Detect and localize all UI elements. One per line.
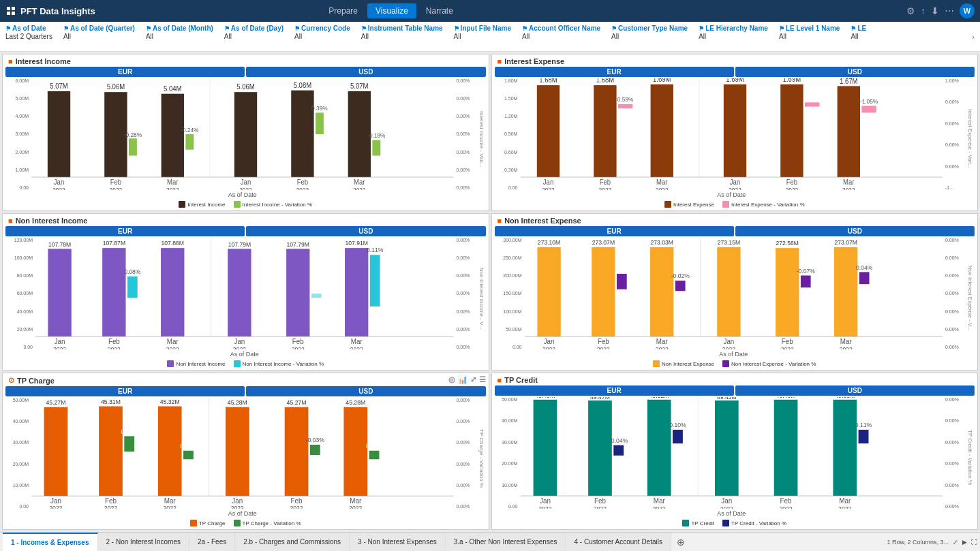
svg-rect-54 [861, 106, 876, 112]
svg-rect-142 [183, 451, 194, 460]
filter-le-level1[interactable]: LE Level 1 Name All [779, 25, 840, 40]
legend-nie: Non Interest Expense Non Interest Expens… [495, 359, 975, 368]
svg-rect-45 [617, 104, 632, 108]
tab-charges-commissions[interactable]: 2.b - Charges and Commissions [235, 533, 350, 551]
svg-rect-148 [310, 445, 320, 455]
legend-item-nii-1: Non Interest Income - Variation % [234, 360, 324, 367]
filter-as-of-date[interactable]: As of Date Last 2 Quarters [5, 25, 52, 40]
user-avatar[interactable]: W [960, 3, 975, 18]
svg-rect-83 [345, 248, 368, 336]
nav-narrate[interactable]: Narrate [418, 3, 461, 18]
menu-icon[interactable]: ☰ [479, 375, 486, 384]
filter-expand-icon[interactable]: › [972, 33, 975, 41]
svg-text:Jan: Jan [723, 338, 734, 345]
filter-customer-type[interactable]: Customer Type Name All [611, 25, 688, 40]
usd-header-nie: USD [735, 226, 975, 236]
download-icon[interactable]: ⬇ [931, 5, 939, 16]
filter-input-file[interactable]: Input File Name All [454, 25, 511, 40]
y-axis-right-ii: 0.00%0.00%0.00%0.00%0.00%0.00%0.00% [455, 78, 476, 200]
svg-text:Feb: Feb [599, 178, 611, 186]
svg-rect-114 [800, 276, 810, 288]
nav-prepare[interactable]: Prepare [320, 3, 366, 18]
filter-label-5: Instrument Table Name [361, 25, 443, 32]
svg-text:-0.18%: -0.18% [367, 132, 386, 139]
filter-label-11: LE [851, 25, 891, 32]
legend-item-ie-1: Interest Expense - Variation % [722, 201, 804, 208]
filter-value-3: All [224, 33, 284, 40]
fit-icon[interactable]: ⤢ [953, 539, 958, 546]
add-tab-button[interactable]: ⊕ [671, 534, 690, 550]
svg-text:273.07M: 273.07M [834, 239, 857, 246]
svg-rect-110 [717, 247, 740, 336]
svg-rect-11 [162, 94, 184, 177]
filter-value-8: All [611, 33, 688, 40]
svg-rect-43 [650, 84, 673, 177]
legend-item-nii-0: Non Interest Income [167, 360, 225, 367]
expand-icon[interactable]: ⤢ [470, 375, 476, 384]
svg-rect-140 [158, 407, 182, 497]
filter-value-6: All [454, 33, 511, 40]
filter-le-hierarchy[interactable]: LE Hierarchy Name All [699, 25, 768, 40]
svg-rect-70 [48, 249, 71, 336]
nav-visualize[interactable]: Visualize [367, 3, 416, 18]
filter-account-officer[interactable]: Account Officer Name All [522, 25, 600, 40]
svg-text:5.06M: 5.06M [236, 83, 254, 91]
legend-swatch-nii-0 [167, 360, 174, 367]
svg-text:45.28M: 45.28M [228, 399, 247, 406]
tab-incomes-expenses[interactable]: 1 - Incomes & Expenses [3, 533, 98, 551]
filter-currency[interactable]: Currency Code All [294, 25, 350, 40]
filter-value-11: All [851, 33, 891, 40]
eur-header-ii: EUR [5, 67, 245, 77]
filter-instrument[interactable]: Instrument Table Name All [361, 25, 443, 40]
settings-icon[interactable]: ⚙ [906, 5, 915, 16]
svg-rect-150 [343, 407, 367, 496]
eur-header-tpc: EUR [5, 386, 245, 396]
tab-fees[interactable]: 2a - Fees [189, 533, 235, 551]
chart-type-icon[interactable]: 📊 [458, 375, 468, 384]
tab-non-interest-expenses[interactable]: 3 - Non Interest Expenses [350, 533, 446, 551]
tab-other-non-interest[interactable]: 3.a - Other Non Interest Expenses [446, 533, 566, 551]
share-icon[interactable]: ↑ [921, 5, 925, 16]
tp-charge-chart: EUR USD 50.00M40.00M30.00M20.00M10.00M0.… [3, 386, 489, 529]
filter-bar: As of Date Last 2 Quarters As of Date (Q… [0, 22, 980, 52]
chart-area-ii: 5.07M 5.06M -0.28% 5.04M -0.24% [31, 78, 454, 200]
svg-text:Mar: Mar [350, 497, 362, 505]
filter-month[interactable]: As of Date (Month) All [146, 25, 213, 40]
legend-swatch-tpc-1 [234, 520, 241, 526]
filter-le[interactable]: LE All [851, 25, 891, 40]
y-axis-right-ie: 1.00%0.00%0.00%0.00%0.00%-1... [944, 78, 964, 200]
focus-icon[interactable]: ◎ [448, 375, 455, 384]
svg-text:Jan: Jan [721, 497, 732, 505]
svg-text:45.31M: 45.31M [101, 398, 121, 405]
tab-customer-account[interactable]: 4 - Customer Account Details [566, 533, 671, 551]
svg-text:0.11%: 0.11% [367, 247, 384, 253]
svg-text:Jan: Jan [543, 338, 554, 345]
y-axis-left-tpcr: 50.00M40.00M30.00M20.00M10.00M0.00 [495, 397, 519, 518]
svg-text:45.32M: 45.32M [160, 398, 180, 405]
svg-text:Mar: Mar [167, 338, 179, 345]
svg-text:49.47M: 49.47M [590, 397, 610, 400]
fullscreen-icon[interactable]: ⛶ [971, 539, 977, 546]
svg-text:49.48M: 49.48M [776, 397, 795, 399]
svg-text:Mar: Mar [351, 338, 363, 345]
tab-non-interest-incomes[interactable]: 2 - Non Interest Incomes [98, 533, 190, 551]
svg-rect-39 [536, 85, 559, 177]
right-axis-label-nie: Non Interest Expense - V... [966, 264, 975, 332]
svg-text:-0.02%: -0.02% [671, 272, 689, 279]
svg-text:Jan: Jan [539, 497, 550, 505]
status-bar: 1 Row, 2 Columns, 3... ⤢ ▶ ⛶ [887, 539, 977, 546]
legend-tpc: TP Charge TP Charge - Variation % [5, 518, 486, 528]
more-icon[interactable]: ⋯ [945, 5, 954, 16]
svg-text:1.69M: 1.69M [782, 78, 800, 83]
svg-text:Feb: Feb [594, 497, 606, 505]
svg-rect-51 [804, 102, 818, 106]
legend-swatch-tpc-0 [190, 520, 197, 526]
expand-icon[interactable]: ▶ [962, 539, 967, 546]
svg-text:273.10M: 273.10M [537, 239, 560, 246]
filter-quarter[interactable]: As of Date (Quarter) All [63, 25, 135, 40]
legend-swatch-nie-1 [722, 360, 729, 367]
svg-rect-103 [592, 247, 615, 336]
legend-item-nie-1: Non Interest Expense - Variation % [722, 360, 816, 367]
filter-day[interactable]: As of Date (Day) All [224, 25, 284, 40]
svg-rect-176 [673, 430, 683, 443]
